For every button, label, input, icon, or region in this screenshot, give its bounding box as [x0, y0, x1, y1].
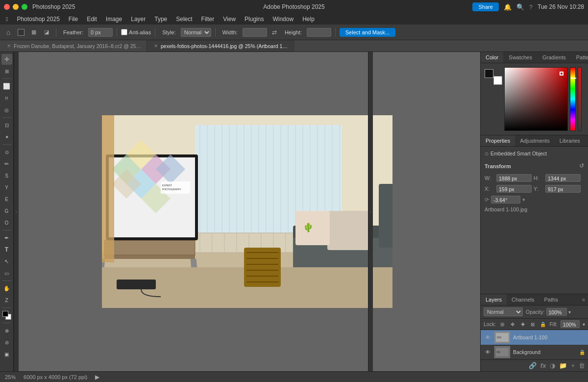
tab-close-2[interactable]: ✕ [154, 43, 158, 49]
tool-shape[interactable]: ▭ [1, 268, 12, 279]
tool-move[interactable]: ✛ [1, 54, 12, 65]
height-input[interactable] [307, 28, 331, 37]
minimize-btn[interactable] [13, 4, 19, 10]
tool-eraser[interactable]: E [1, 194, 12, 204]
new-layer-btn[interactable]: + [571, 362, 575, 369]
tool-clone-stamp[interactable]: S [1, 170, 12, 181]
menu-plugins[interactable]: Plugins [241, 15, 268, 24]
tab-gradients[interactable]: Gradients [538, 52, 571, 63]
status-arrow[interactable]: ▶ [95, 374, 99, 381]
menu-filter[interactable]: Filter [197, 15, 219, 24]
layer-vis-background[interactable]: 👁 [484, 348, 491, 356]
menu-file[interactable]: File [65, 15, 82, 24]
fx-btn[interactable]: fx [540, 362, 546, 369]
help-icon[interactable]: ? [529, 3, 533, 11]
tool-history-brush[interactable]: Y [1, 182, 12, 193]
tool-quick-select[interactable]: ◎ [1, 104, 12, 115]
lock-image-btn[interactable]: ✥ [509, 320, 516, 328]
fg-bg-color-display[interactable] [485, 69, 502, 85]
notification-icon[interactable]: 🔔 [504, 3, 512, 11]
layer-vis-artboard[interactable]: 👁 [484, 333, 491, 341]
menu-apple[interactable]:  [2, 15, 12, 24]
layers-menu-btn[interactable]: ≡ [579, 294, 588, 305]
hue-strip[interactable] [570, 67, 576, 131]
tool-lasso[interactable]: ⌗ [1, 93, 12, 103]
y-value[interactable]: 917 px [545, 185, 581, 193]
style-select[interactable]: Normal [181, 28, 211, 37]
tool-marquee[interactable]: ⬜ [1, 81, 12, 92]
tool-eyedropper[interactable]: ✦ [1, 131, 12, 142]
select-mask-button[interactable]: Select and Mask... [340, 28, 396, 37]
tool-artboard[interactable]: ⊞ [1, 66, 12, 76]
maximize-btn[interactable] [22, 4, 27, 10]
lock-artboard-btn[interactable]: ⊠ [529, 320, 537, 328]
tool-dodge[interactable]: O [1, 217, 12, 228]
home-button[interactable]: ⌂ [3, 27, 14, 38]
reset-transform-btn[interactable]: ↺ [579, 162, 584, 169]
delete-layer-btn[interactable]: 🗑 [579, 362, 585, 369]
right-panel-collapse[interactable]: ‹ [368, 52, 373, 371]
share-button[interactable]: Share [472, 2, 498, 11]
w-value[interactable]: 1888 px [496, 174, 532, 182]
opacity-value[interactable]: 100% [546, 308, 567, 316]
tab-layers[interactable]: Layers [481, 294, 507, 305]
layer-row-artboard[interactable]: 👁 IMG Artboard 1-100 [481, 330, 588, 345]
color-gradient-picker[interactable] [504, 67, 568, 131]
menu-layer[interactable]: Layer [127, 15, 149, 24]
tab-swatches[interactable]: Swatches [504, 52, 538, 63]
x-value[interactable]: 159 px [496, 185, 532, 193]
lock-transparent-btn[interactable]: ⊞ [499, 320, 506, 328]
rotation-value[interactable]: -3.64° [491, 196, 520, 204]
tool-pen[interactable]: ✒ [1, 232, 12, 243]
tab-adjustments[interactable]: Adjustments [515, 135, 555, 146]
menu-photoshop[interactable]: Photoshop 2025 [13, 15, 63, 24]
menu-select[interactable]: Select [172, 15, 196, 24]
new-group-btn[interactable]: 📁 [559, 362, 567, 369]
tab-pexels[interactable]: ✕ pexels-fotios-photos-1444416.jpg @ 25%… [147, 40, 294, 51]
swap-icon[interactable]: ⇄ [269, 27, 280, 38]
menu-image[interactable]: Image [102, 15, 126, 24]
menu-view[interactable]: View [219, 15, 240, 24]
lock-all-btn[interactable]: 🔒 [539, 320, 547, 328]
search-icon[interactable]: 🔍 [516, 3, 524, 11]
tool-hand[interactable]: ✋ [1, 283, 12, 294]
menu-window[interactable]: Window [269, 15, 297, 24]
tool-crop[interactable]: ⊡ [1, 120, 12, 130]
tool-gradient[interactable]: G [1, 205, 12, 216]
tab-close-1[interactable]: ✕ [7, 43, 11, 49]
close-btn[interactable] [4, 4, 10, 10]
rotation-dropdown[interactable]: ▾ [522, 197, 525, 203]
fg-bg-color-swatch[interactable] [1, 310, 12, 321]
tool-zoom[interactable]: Z [1, 295, 12, 306]
tool-extra-3[interactable]: ▣ [1, 349, 12, 359]
width-input[interactable] [243, 28, 267, 37]
tool-brush[interactable]: ✏ [1, 158, 12, 169]
bg-color-swatch[interactable] [493, 76, 502, 85]
lock-position-btn[interactable]: ✚ [519, 320, 526, 328]
menu-help[interactable]: Help [298, 15, 318, 24]
tool-type[interactable]: T [1, 244, 12, 255]
feather-input[interactable] [88, 28, 113, 37]
h-value[interactable]: 1344 px [545, 174, 581, 182]
tool-path-select[interactable]: ↖ [1, 256, 12, 267]
tab-color[interactable]: Color [481, 52, 504, 63]
fill-value[interactable]: 100% [561, 320, 580, 328]
add-mask-btn[interactable]: ◑ [550, 362, 555, 369]
anti-alias-checkbox[interactable] [121, 29, 127, 35]
left-panel-collapse[interactable]: › [14, 52, 19, 371]
tab-properties[interactable]: Properties [481, 135, 515, 146]
tab-paths[interactable]: Paths [539, 294, 563, 305]
fill-dropdown[interactable]: ▾ [583, 322, 585, 327]
opacity-dropdown[interactable]: ▾ [568, 309, 571, 315]
tool-extra-2[interactable]: ⊘ [1, 337, 12, 348]
menu-edit[interactable]: Edit [83, 15, 101, 24]
properties-menu[interactable]: ≡ [585, 135, 588, 146]
menu-type[interactable]: Type [150, 15, 171, 24]
layer-row-background[interactable]: 👁 BG Background 🔒 [481, 345, 588, 359]
tool-spot-heal[interactable]: ⊙ [1, 147, 12, 157]
fg-color-swatch[interactable] [485, 69, 493, 78]
blend-mode-select[interactable]: Normal [484, 307, 523, 316]
tab-patterns[interactable]: Patterns [571, 52, 588, 63]
alpha-strip[interactable] [578, 67, 582, 131]
tab-channels[interactable]: Channels [507, 294, 539, 305]
